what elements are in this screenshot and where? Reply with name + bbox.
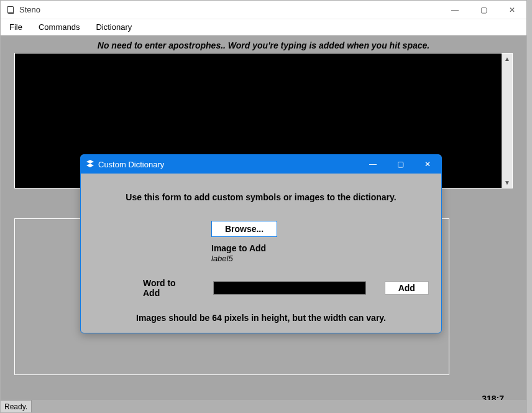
scroll-up-icon[interactable]: ▲	[502, 53, 512, 64]
add-button[interactable]: Add	[385, 281, 429, 295]
scroll-down-icon[interactable]: ▼	[502, 177, 512, 188]
dialog-maximize-button[interactable]: ▢	[387, 155, 414, 174]
dialog-body: Use this form to add custom symbols or i…	[81, 192, 441, 333]
titlebar[interactable]: Steno — ▢ ✕	[1, 1, 526, 19]
book-icon	[6, 5, 16, 15]
word-to-add-label: Word to Add	[143, 278, 195, 298]
dialog-titlebar[interactable]: Custom Dictionary — ▢ ✕	[81, 155, 441, 174]
editor-scrollbar[interactable]: ▲ ▼	[502, 53, 512, 188]
custom-dictionary-dialog: Custom Dictionary — ▢ ✕ Use this form to…	[80, 154, 442, 333]
image-to-add-label: Image to Add	[211, 243, 429, 253]
menu-dictionary[interactable]: Dictionary	[93, 21, 134, 33]
window-title: Steno	[19, 5, 40, 14]
dialog-footer-text: Images should be 64 pixels in height, bu…	[93, 313, 429, 323]
layers-icon	[86, 159, 94, 170]
dialog-heading: Use this form to add custom symbols or i…	[93, 192, 429, 202]
minimize-button[interactable]: —	[441, 1, 469, 19]
window-controls: — ▢ ✕	[441, 1, 526, 19]
dialog-title: Custom Dictionary	[98, 160, 164, 169]
menubar: File Commands Dictionary	[1, 19, 526, 35]
word-input[interactable]	[213, 281, 366, 295]
dialog-close-button[interactable]: ✕	[414, 155, 441, 174]
dialog-window-controls: — ▢ ✕	[359, 155, 441, 174]
status-text: Ready.	[1, 400, 32, 412]
maximize-button[interactable]: ▢	[469, 1, 498, 19]
menu-file[interactable]: File	[7, 21, 25, 33]
browse-button[interactable]: Browse...	[211, 221, 277, 237]
close-button[interactable]: ✕	[498, 1, 526, 19]
hint-text: No need to enter apostrophes.. Word you'…	[1, 40, 526, 50]
dialog-minimize-button[interactable]: —	[359, 155, 387, 174]
statusbar: Ready.	[1, 400, 526, 412]
svg-rect-0	[8, 7, 13, 12]
label5-text: label5	[211, 254, 429, 263]
menu-commands[interactable]: Commands	[36, 21, 82, 33]
